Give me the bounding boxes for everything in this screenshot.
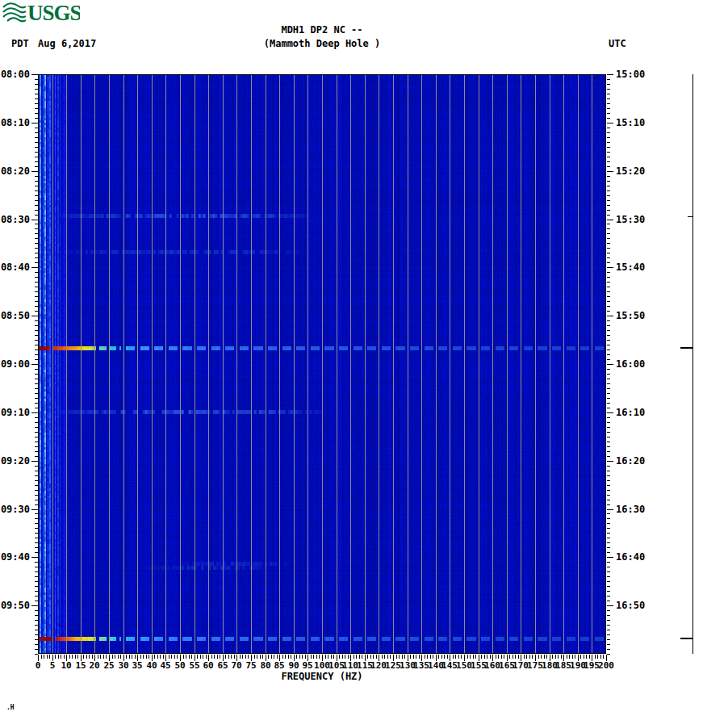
x-axis-minor-tick: [140, 655, 141, 659]
x-axis-minor-tick: [546, 655, 547, 659]
x-axis-minor-tick: [470, 655, 471, 659]
x-axis-minor-tick: [455, 655, 456, 659]
right-axis-minor-tick: [607, 233, 610, 234]
right-axis-minor-tick: [607, 350, 610, 350]
x-axis-minor-tick: [200, 655, 201, 659]
x-axis-minor-tick: [183, 655, 184, 659]
right-axis-minor-tick: [607, 586, 610, 587]
x-axis-minor-tick: [177, 655, 178, 659]
x-axis-minor-tick: [584, 655, 584, 659]
x-axis-minor-tick: [98, 655, 98, 659]
left-axis-major-tick: [31, 509, 38, 510]
left-axis-minor-tick: [35, 228, 38, 229]
left-axis-minor-tick: [35, 345, 38, 345]
x-axis-minor-tick: [438, 655, 439, 659]
left-axis-tick-label: 08:20: [0, 165, 30, 177]
right-axis-minor-tick: [607, 456, 610, 457]
right-axis-minor-tick: [607, 215, 610, 216]
x-axis-minor-tick: [354, 655, 354, 659]
right-axis-minor-tick: [607, 601, 610, 601]
x-axis-tick-label: 20: [89, 661, 99, 671]
right-axis-minor-tick: [607, 282, 610, 283]
left-axis-minor-tick: [35, 625, 38, 626]
spectrogram-canvas: [38, 74, 606, 654]
x-axis-tick-label: 35: [132, 661, 142, 671]
x-axis-minor-tick: [558, 655, 559, 659]
x-axis-minor-tick: [509, 655, 510, 659]
x-axis-minor-tick: [402, 655, 403, 659]
left-axis-major-tick: [31, 557, 38, 558]
left-axis-minor-tick: [35, 383, 38, 384]
right-axis-minor-tick: [607, 528, 610, 529]
x-axis-minor-tick: [490, 655, 491, 659]
left-axis-minor-tick: [35, 306, 38, 307]
x-axis-minor-tick: [348, 655, 349, 659]
left-axis-tick-label: 08:00: [0, 69, 30, 80]
right-axis-minor-tick: [607, 181, 610, 182]
left-axis-minor-tick: [35, 320, 38, 321]
right-axis-tick-label: 16:10: [616, 407, 645, 418]
right-axis-minor-tick: [607, 224, 610, 224]
x-axis-minor-tick: [498, 655, 499, 659]
x-axis-minor-tick: [325, 655, 326, 659]
right-axis-minor-tick: [607, 427, 610, 428]
left-axis-minor-tick: [35, 84, 38, 85]
x-axis-minor-tick: [444, 655, 445, 659]
left-axis-minor-tick: [35, 644, 38, 645]
right-axis-minor-tick: [607, 272, 610, 273]
x-axis-minor-tick: [399, 655, 400, 659]
right-axis-minor-tick: [607, 94, 610, 94]
x-axis-minor-tick: [382, 655, 383, 659]
left-axis-minor-tick: [35, 596, 38, 597]
right-axis-minor-tick: [607, 538, 610, 538]
right-axis-minor-tick: [607, 374, 610, 375]
left-axis-minor-tick: [35, 205, 38, 206]
right-axis-minor-tick: [607, 118, 610, 119]
x-axis-minor-tick: [248, 655, 249, 659]
left-axis-minor-tick: [35, 335, 38, 336]
right-axis-minor-tick: [607, 634, 610, 635]
x-axis-minor-tick: [367, 655, 368, 659]
x-axis-minor-tick: [331, 655, 332, 659]
x-axis-tick-label: 40: [146, 661, 157, 671]
x-axis-tick-label: 95: [302, 661, 312, 671]
left-axis-minor-tick: [35, 495, 38, 496]
x-axis-minor-tick: [58, 655, 59, 659]
left-axis-minor-tick: [35, 630, 38, 630]
left-axis-minor-tick: [35, 427, 38, 428]
x-axis-minor-tick: [217, 655, 218, 659]
x-axis-minor-tick: [313, 655, 314, 659]
right-axis-major-tick: [607, 74, 613, 75]
right-axis-minor-tick: [607, 291, 610, 292]
right-axis-minor-tick: [607, 639, 610, 640]
x-axis-minor-tick: [55, 655, 56, 659]
x-axis-minor-tick: [580, 655, 581, 659]
right-axis-minor-tick: [607, 542, 610, 543]
left-axis-minor-tick: [35, 330, 38, 331]
right-axis-major-tick: [607, 461, 613, 462]
x-axis-minor-tick: [92, 655, 93, 659]
x-axis-tick-label: 195: [584, 661, 600, 671]
x-axis-minor-tick: [100, 655, 101, 659]
left-axis-minor-tick: [35, 408, 38, 408]
right-axis-minor-tick: [607, 79, 610, 80]
right-axis-minor-tick: [607, 103, 610, 104]
left-axis-minor-tick: [35, 137, 38, 138]
right-axis-minor-tick: [607, 398, 610, 399]
right-axis-minor-tick: [607, 205, 610, 206]
right-axis-minor-tick: [607, 432, 610, 433]
left-axis-minor-tick: [35, 166, 38, 167]
right-axis-minor-tick: [607, 142, 610, 143]
right-axis-minor-tick: [607, 330, 610, 331]
left-axis-tick-label: 08:50: [0, 310, 30, 321]
x-axis-minor-tick: [228, 655, 229, 659]
x-axis-minor-tick: [257, 655, 257, 659]
right-axis-major-tick: [607, 123, 613, 123]
right-axis-minor-tick: [607, 161, 610, 162]
x-axis-minor-tick: [282, 655, 283, 659]
amplitude-trace-spike: [680, 638, 692, 639]
x-axis-tick-label: 110: [342, 661, 358, 671]
left-axis-minor-tick: [35, 262, 38, 263]
left-axis-minor-tick: [35, 98, 38, 99]
x-axis-tick-label: 50: [174, 661, 185, 671]
